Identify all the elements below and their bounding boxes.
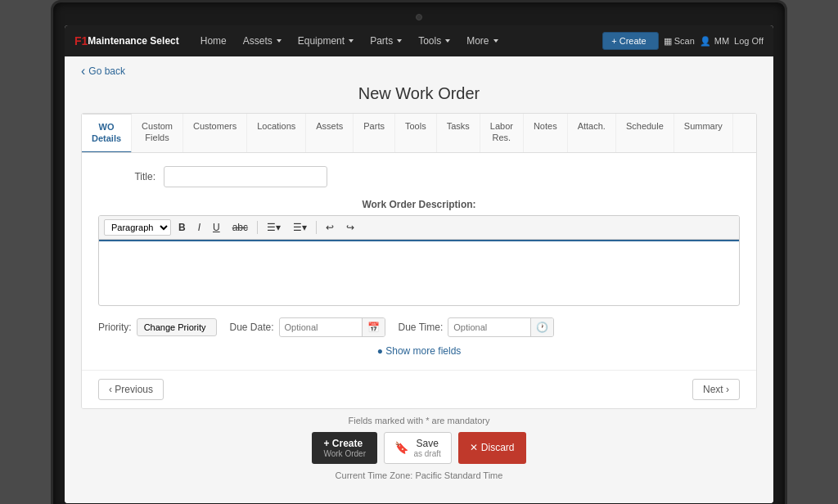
timezone-text: Current Time Zone: Pacific Standard Time (97, 470, 741, 480)
navbar-right: + Create ▦ Scan 👤 MM Log Off (602, 32, 764, 50)
bookmark-icon: 🔖 (394, 441, 408, 454)
title-input[interactable] (164, 166, 327, 187)
assets-caret (277, 39, 282, 43)
title-label: Title: (98, 171, 164, 182)
discard-button[interactable]: ✕ Discard (458, 432, 526, 464)
paragraph-select[interactable]: Paragraph (104, 219, 171, 236)
due-date-input[interactable] (280, 319, 362, 335)
strikethrough-button[interactable]: abc (228, 219, 253, 236)
unordered-list-button[interactable]: ☰▾ (288, 219, 312, 236)
priority-group: Priority: Change Priority (98, 318, 217, 336)
nav-items: Home Assets Equipment Parts (192, 25, 602, 56)
create-button[interactable]: + Create (602, 32, 659, 50)
tab-assets[interactable]: Assets (306, 114, 354, 152)
due-time-input[interactable] (448, 319, 530, 335)
brand-name: Maintenance Select (88, 35, 178, 47)
description-section: Work Order Description: Paragraph B I U (98, 199, 740, 306)
footer-area: Fields marked with * are mandatory + Cre… (81, 409, 757, 490)
save-draft-button[interactable]: 🔖 Save as draft (384, 432, 451, 464)
redo-button[interactable]: ↪ (341, 219, 359, 236)
priority-label: Priority: (98, 322, 132, 333)
user-icon: 👤 MM (700, 36, 729, 47)
calendar-icon[interactable]: 📅 (362, 318, 385, 336)
tab-schedule[interactable]: Schedule (616, 114, 674, 152)
laptop-display: F1 Maintenance Select Home Assets Equipm… (65, 25, 773, 503)
create-work-order-button[interactable]: + Create Work Order (312, 432, 377, 464)
action-buttons: + Create Work Order 🔖 Save as draft (97, 432, 741, 464)
due-time-group: Due Time: 🕐 (399, 317, 555, 337)
equipment-caret (349, 39, 354, 43)
tab-labor-res[interactable]: LaborRes. (480, 114, 524, 152)
underline-button[interactable]: U (208, 219, 225, 236)
logout-button[interactable]: Log Off (734, 36, 764, 46)
tools-caret (445, 39, 450, 43)
laptop-screen: F1 Maintenance Select Home Assets Equipm… (51, 0, 787, 504)
go-back-link[interactable]: Go back (81, 65, 757, 78)
tab-notes[interactable]: Notes (524, 114, 568, 152)
due-date-group: Due Date: 📅 (230, 317, 385, 337)
nav-parts[interactable]: Parts (362, 25, 410, 56)
nav-tools[interactable]: Tools (410, 25, 458, 56)
tab-attach[interactable]: Attach. (568, 114, 616, 152)
fields-row: Priority: Change Priority Due Date: (98, 317, 740, 337)
editor-body[interactable] (99, 240, 739, 305)
scan-button[interactable]: ▦ Scan (664, 36, 695, 47)
tab-customers[interactable]: Customers (183, 114, 247, 152)
tab-parts[interactable]: Parts (354, 114, 395, 152)
bold-button[interactable]: B (173, 219, 191, 236)
app: F1 Maintenance Select Home Assets Equipm… (65, 25, 773, 503)
nav-equipment[interactable]: Equipment (290, 25, 362, 56)
page-title: New Work Order (81, 84, 757, 103)
tab-tasks[interactable]: Tasks (437, 114, 480, 152)
form-area: Title: Work Order Description: Paragraph (82, 153, 756, 370)
editor-toolbar: Paragraph B I U abc ☰▾ ☰▾ (99, 216, 739, 240)
editor-container: Paragraph B I U abc ☰▾ ☰▾ (98, 215, 740, 306)
ordered-list-button[interactable]: ☰▾ (262, 219, 286, 236)
brand: F1 Maintenance Select (74, 34, 179, 47)
title-row: Title: (98, 166, 740, 187)
show-more-fields-link[interactable]: Show more fields (98, 345, 740, 357)
nav-bottom: Previous Next (82, 370, 756, 408)
tab-wo-details[interactable]: WODetails (82, 114, 132, 153)
due-date-label: Due Date: (230, 322, 274, 333)
brand-f1: F1 (74, 34, 88, 47)
scan-icon: ▦ (664, 36, 672, 47)
user-avatar-icon: 👤 (700, 36, 711, 47)
tab-locations[interactable]: Locations (247, 114, 306, 152)
laptop-frame: F1 Maintenance Select Home Assets Equipm… (51, 0, 787, 504)
tab-tools[interactable]: Tools (395, 114, 437, 152)
description-label: Work Order Description: (98, 199, 740, 210)
camera (416, 14, 422, 20)
main-card: WODetails CustomFields Customers Locatio… (81, 113, 757, 409)
due-time-label: Due Time: (399, 322, 444, 333)
toolbar-sep-1 (257, 221, 258, 234)
toolbar-sep-2 (316, 221, 317, 234)
next-button[interactable]: Next (692, 379, 740, 400)
previous-button[interactable]: Previous (98, 379, 164, 400)
mandatory-text: Fields marked with * are mandatory (97, 416, 741, 425)
clock-icon[interactable]: 🕐 (530, 318, 553, 336)
priority-button[interactable]: Change Priority (137, 318, 217, 336)
create-plus-icon: + (323, 438, 331, 449)
nav-assets[interactable]: Assets (235, 25, 290, 56)
due-time-input-wrapper: 🕐 (448, 317, 554, 337)
nav-more[interactable]: More (458, 25, 506, 56)
tabs-container: WODetails CustomFields Customers Locatio… (82, 114, 756, 153)
undo-button[interactable]: ↩ (321, 219, 339, 236)
due-date-input-wrapper: 📅 (279, 317, 385, 337)
navbar: F1 Maintenance Select Home Assets Equipm… (65, 25, 773, 56)
content-area: Go back New Work Order WODetails CustomF… (65, 56, 773, 503)
nav-home[interactable]: Home (192, 25, 235, 56)
italic-button[interactable]: I (193, 219, 205, 236)
tab-summary[interactable]: Summary (674, 114, 733, 152)
parts-caret (397, 39, 402, 43)
discard-x-icon: ✕ (470, 442, 478, 453)
tab-custom-fields[interactable]: CustomFields (132, 114, 183, 152)
more-caret (493, 39, 498, 43)
